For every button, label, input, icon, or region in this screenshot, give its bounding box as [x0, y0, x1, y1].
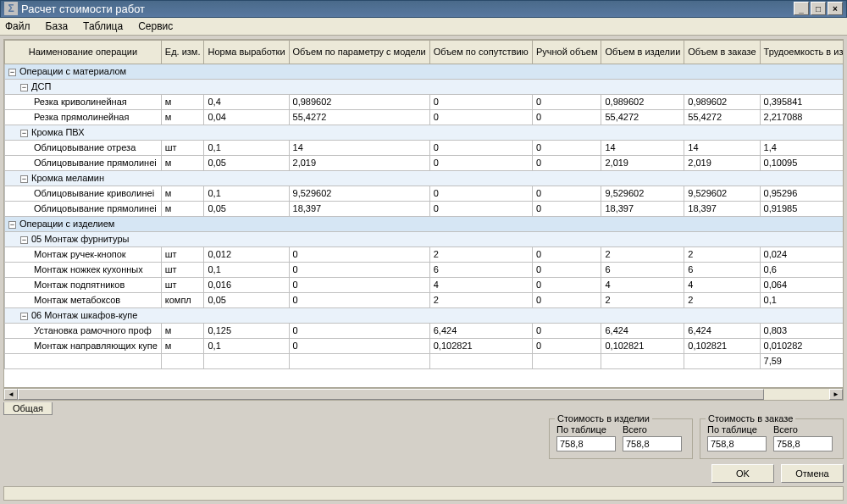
cell[interactable]: 0 — [289, 277, 429, 292]
cell[interactable]: 2 — [601, 292, 684, 307]
cell[interactable]: 0,395841 — [760, 94, 844, 109]
zak-by-table-input[interactable] — [707, 436, 767, 451]
menu-base[interactable]: База — [46, 20, 69, 32]
cell[interactable]: 2 — [429, 246, 532, 262]
cell[interactable]: 0 — [289, 246, 429, 262]
cell[interactable]: 0,102821 — [684, 338, 760, 353]
cell[interactable]: 0 — [532, 155, 601, 170]
menu-table[interactable]: Таблица — [83, 20, 123, 32]
cell[interactable]: шт — [161, 262, 204, 277]
cell[interactable]: Монтаж ножкек кухонных — [5, 262, 162, 277]
cell[interactable] — [429, 353, 532, 368]
menu-service[interactable]: Сервис — [138, 20, 173, 32]
cell[interactable]: 0 — [429, 186, 532, 201]
cell[interactable] — [532, 353, 601, 368]
cell[interactable]: м — [161, 338, 204, 353]
collapse-icon[interactable]: − — [20, 130, 28, 137]
cell[interactable]: 0,4 — [204, 94, 289, 109]
cell[interactable]: 2,217088 — [760, 109, 844, 125]
scroll-right-icon[interactable]: ► — [829, 389, 843, 400]
cell[interactable]: 0 — [429, 155, 532, 170]
cell[interactable]: 18,397 — [684, 201, 760, 216]
cell[interactable]: Облицовывание прямолинеі — [5, 201, 162, 216]
cell[interactable]: 18,397 — [289, 201, 429, 216]
cell[interactable]: 0,803 — [760, 323, 844, 338]
izd-total-input[interactable] — [623, 436, 682, 451]
cell[interactable]: Облицовывание криволинеі — [5, 186, 162, 201]
collapse-icon[interactable]: − — [20, 236, 28, 244]
cell[interactable]: 0,102821 — [429, 338, 532, 353]
cell[interactable]: 0,1 — [760, 292, 844, 307]
cell[interactable]: Резка прямолинейная — [5, 109, 162, 125]
cell[interactable]: 6,424 — [429, 323, 532, 338]
izd-by-table-input[interactable] — [556, 436, 616, 451]
cell[interactable]: 0 — [532, 201, 601, 216]
cell[interactable]: 6 — [684, 262, 760, 277]
cell[interactable]: 0,05 — [204, 155, 289, 170]
cell[interactable]: 0 — [532, 140, 601, 155]
cell[interactable]: Монтаж метабоксов — [5, 292, 162, 307]
cell[interactable]: 0 — [532, 277, 601, 292]
cell[interactable]: 14 — [684, 140, 760, 155]
cell[interactable]: м — [161, 94, 204, 109]
cell[interactable]: 2 — [601, 246, 684, 262]
cell[interactable]: 0 — [429, 109, 532, 125]
col-norm[interactable]: Норма выработки — [204, 40, 289, 64]
cell[interactable]: 2 — [684, 292, 760, 307]
collapse-icon[interactable]: − — [20, 313, 28, 320]
table-row[interactable]: Монтаж направляющих купем0,100,10282100,… — [5, 338, 844, 353]
table-row[interactable]: Монтаж ручек-кнопокшт0,012020220,0240,02… — [5, 246, 844, 262]
cell[interactable]: м — [161, 201, 204, 216]
cell[interactable]: 9,529602 — [289, 186, 429, 201]
cell[interactable]: 0,989602 — [601, 94, 684, 109]
cell[interactable]: Монтаж подпятников — [5, 277, 162, 292]
cell[interactable]: 0,05 — [204, 201, 289, 216]
cell[interactable] — [204, 353, 289, 368]
table-row[interactable]: Облицовывание прямолинеім0,052,019002,01… — [5, 155, 844, 170]
table-row[interactable]: Монтаж метабоксовкомпл0,05020220,10,1100… — [5, 292, 844, 307]
cell[interactable]: 14 — [289, 140, 429, 155]
cell[interactable]: Резка криволинейная — [5, 94, 162, 109]
cell[interactable]: 2,019 — [601, 155, 684, 170]
cell[interactable]: м — [161, 155, 204, 170]
group-row[interactable]: −Операции с изделием — [5, 216, 844, 231]
cell[interactable]: 0,1 — [204, 262, 289, 277]
cell[interactable]: 2 — [684, 246, 760, 262]
cell[interactable]: Облицовывание отреза — [5, 140, 162, 155]
table-row[interactable]: Монтаж подпятниковшт0,016040440,0640,064… — [5, 277, 844, 292]
cell[interactable]: 7,59 — [760, 353, 844, 368]
cell[interactable]: 0,6 — [760, 262, 844, 277]
cell[interactable]: м — [161, 323, 204, 338]
cell[interactable]: 0,989602 — [289, 94, 429, 109]
col-name[interactable]: Наименование операции — [5, 40, 162, 64]
cell[interactable]: 55,4272 — [289, 109, 429, 125]
col-vol-sop[interactable]: Объем по сопутствию — [429, 40, 532, 64]
cell[interactable]: 6 — [601, 262, 684, 277]
cell[interactable]: Монтаж направляющих купе — [5, 338, 162, 353]
cell[interactable]: 1,4 — [760, 140, 844, 155]
cell[interactable]: 0,04 — [204, 109, 289, 125]
cell[interactable]: 0 — [532, 262, 601, 277]
cell[interactable]: 0,91985 — [760, 201, 844, 216]
cell[interactable]: 4 — [601, 277, 684, 292]
table-row[interactable]: Облицовывание криволинеім0,19,529602009,… — [5, 186, 844, 201]
horizontal-scrollbar[interactable]: ◄ ► — [3, 388, 844, 401]
col-lab-izd[interactable]: Трудоемкость в изделии — [760, 40, 844, 64]
cell[interactable]: 0,95296 — [760, 186, 844, 201]
cell[interactable]: м — [161, 109, 204, 125]
cell[interactable]: 0,102821 — [601, 338, 684, 353]
scroll-thumb[interactable] — [18, 389, 764, 400]
col-vol-izd[interactable]: Объем в изделии — [601, 40, 684, 64]
col-vol-model[interactable]: Объем по параметру с модели — [289, 40, 429, 64]
cell[interactable]: 0,1 — [204, 140, 289, 155]
scroll-left-icon[interactable]: ◄ — [4, 389, 18, 400]
cell[interactable]: Установка рамочного проф — [5, 323, 162, 338]
cell[interactable]: 0 — [532, 338, 601, 353]
cell[interactable]: 0,125 — [204, 323, 289, 338]
tab-general[interactable]: Общая — [3, 402, 53, 415]
subgroup-row[interactable]: −05 Монтаж фурнитуры — [5, 231, 844, 246]
cell[interactable]: 0 — [289, 323, 429, 338]
cell[interactable]: шт — [161, 140, 204, 155]
cell[interactable]: 6,424 — [601, 323, 684, 338]
cell[interactable]: Монтаж ручек-кнопок — [5, 246, 162, 262]
